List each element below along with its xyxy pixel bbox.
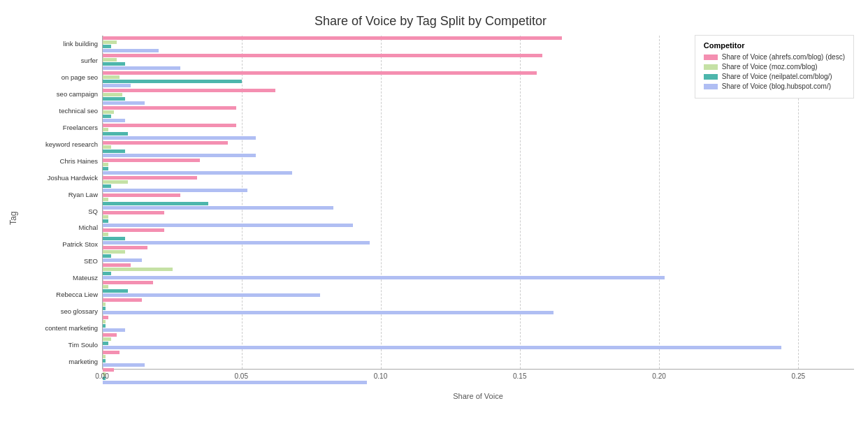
tag-label: Michal <box>20 219 102 236</box>
bar-line <box>103 311 854 314</box>
tag-label: keyword research <box>20 136 102 152</box>
bar-fill <box>103 246 147 249</box>
x-tick-label: 0.10 <box>374 372 387 380</box>
y-axis-label: Tag <box>7 36 20 400</box>
bar-fill <box>103 106 236 110</box>
bar-fill <box>103 202 208 205</box>
bar-line <box>103 206 854 210</box>
bar-fill <box>103 211 164 214</box>
bar-fill <box>103 54 542 57</box>
bar-fill <box>103 333 117 337</box>
bar-fill <box>103 237 125 240</box>
bar-row-group <box>103 350 854 367</box>
bar-fill <box>103 215 108 219</box>
bar-fill <box>103 355 106 358</box>
bar-fill <box>103 154 256 157</box>
bar-line <box>103 171 854 175</box>
bar-line <box>103 106 854 110</box>
bar-fill <box>103 263 131 267</box>
bar-fill <box>103 228 164 232</box>
bar-line <box>103 258 854 262</box>
bar-line <box>103 119 854 122</box>
bar-line <box>103 198 854 201</box>
bar-line <box>103 154 854 157</box>
tag-label: on page seo <box>20 69 102 86</box>
legend: Competitor Share of Voice (ahrefs.com/bl… <box>695 35 854 98</box>
legend-color-swatch <box>704 74 718 80</box>
bar-fill <box>103 272 111 275</box>
bar-line <box>103 268 854 271</box>
bar-fill <box>103 351 120 354</box>
bar-row-group <box>103 123 854 140</box>
bar-fill <box>103 359 106 363</box>
bar-row-group <box>103 140 854 158</box>
bar-line <box>103 211 854 214</box>
bar-line <box>103 237 854 240</box>
bar-line <box>103 136 854 140</box>
bar-line <box>103 141 854 145</box>
bar-fill <box>103 149 125 153</box>
bar-line <box>103 189 854 192</box>
tag-label: link building <box>20 36 102 52</box>
bar-line <box>103 307 854 310</box>
bar-fill <box>103 128 108 131</box>
bar-line <box>103 342 854 345</box>
x-tick-label: 0.15 <box>513 372 526 380</box>
bar-fill <box>103 250 125 254</box>
tag-label: Patrick Stox <box>20 236 102 253</box>
legend-color-swatch <box>704 54 718 60</box>
bar-fill <box>103 281 153 284</box>
bar-line <box>103 324 854 328</box>
bar-fill <box>103 159 200 162</box>
bar-line <box>103 159 854 162</box>
legend-item-label: Share of Voice (neilpatel.com/blog/) <box>722 73 832 80</box>
bar-line <box>103 132 854 136</box>
bar-row-group <box>103 193 854 210</box>
bar-line <box>103 363 854 367</box>
bar-line <box>103 254 854 258</box>
bar-fill <box>103 58 117 61</box>
bar-line <box>103 180 854 184</box>
bar-row-group <box>103 333 854 350</box>
bar-line <box>103 228 854 232</box>
bar-fill <box>103 171 292 175</box>
bar-fill <box>103 49 159 52</box>
bar-fill <box>103 80 242 83</box>
bar-row-group <box>103 210 854 228</box>
tag-label: Chris Haines <box>20 152 102 169</box>
bar-line <box>103 149 854 153</box>
bar-row-group <box>103 280 854 298</box>
tag-label: Tim Soulo <box>20 336 102 353</box>
tag-label: Joshua Hardwick <box>20 169 102 186</box>
bar-fill <box>103 233 108 236</box>
bar-fill <box>103 206 333 210</box>
bar-line <box>103 145 854 149</box>
bar-line <box>103 219 854 223</box>
bar-fill <box>103 163 108 166</box>
bar-fill <box>103 241 370 244</box>
bar-fill <box>103 298 142 302</box>
bar-fill <box>103 136 256 140</box>
bar-fill <box>103 316 108 319</box>
bar-fill <box>103 337 111 341</box>
tag-label: technical seo <box>20 103 102 119</box>
x-tick-label: 0.25 <box>792 372 805 380</box>
tag-label: surfer <box>20 52 102 69</box>
bar-fill <box>103 184 111 188</box>
bar-fill <box>103 180 128 184</box>
bar-line <box>103 101 854 105</box>
bar-fill <box>103 41 117 44</box>
legend-item: Share of Voice (ahrefs.com/blog) (desc) <box>704 53 845 61</box>
bar-row-group <box>103 105 854 123</box>
bar-fill <box>103 285 108 289</box>
x-axis-label: Share of Voice <box>102 392 854 400</box>
bar-fill <box>103 189 247 192</box>
bar-line <box>103 316 854 319</box>
bar-line <box>103 276 854 279</box>
bar-fill <box>103 328 125 332</box>
tag-label: SEO <box>20 253 102 270</box>
bar-fill <box>103 101 145 105</box>
bar-fill <box>103 342 108 345</box>
bar-row-group <box>103 263 854 280</box>
bar-line <box>103 355 854 358</box>
